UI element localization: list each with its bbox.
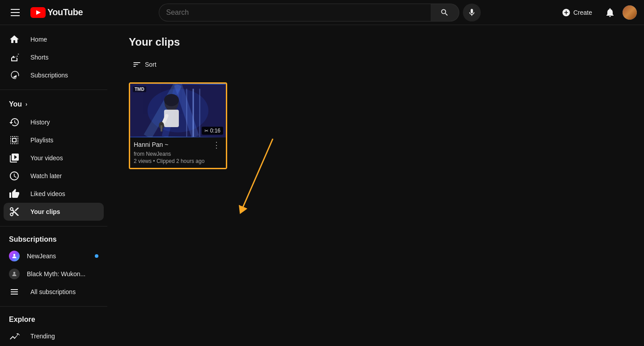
clip-thumbnail: TMD ✂ 0:16 — [130, 84, 226, 137]
sidebar-divider-3 — [0, 306, 107, 307]
sidebar: Home Shorts Subscriptions You › History — [0, 25, 107, 346]
blackmyth-avatar — [9, 269, 20, 279]
sidebar-item-playlists[interactable]: Playlists — [4, 131, 104, 149]
newjeans-avatar — [9, 251, 20, 261]
avatar-button[interactable] — [623, 5, 637, 20]
sidebar-item-all-subscriptions[interactable]: All subscriptions — [4, 283, 104, 301]
scissors-icon — [9, 206, 20, 217]
scissors-badge-icon: ✂ — [204, 128, 208, 134]
mic-icon — [467, 8, 476, 17]
you-label: You — [9, 100, 22, 108]
header-left: YouTube — [7, 5, 83, 20]
sidebar-item-liked-videos[interactable]: Liked videos — [4, 185, 104, 203]
hamburger-menu-icon[interactable] — [7, 5, 23, 20]
header: YouTube Create — [0, 0, 644, 25]
header-center — [159, 4, 481, 21]
liked-videos-icon — [9, 188, 20, 199]
sidebar-playlists-label: Playlists — [30, 137, 53, 144]
clip-meta: 2 views • Clipped 2 hours ago — [134, 158, 222, 164]
bell-icon — [605, 7, 615, 18]
new-content-dot — [95, 254, 98, 258]
search-input[interactable] — [159, 4, 431, 21]
sidebar-subscriptions-label: Subscriptions — [30, 72, 68, 79]
sidebar-liked-videos-label: Liked videos — [30, 190, 65, 197]
sidebar-newjeans-label: NewJeans — [27, 252, 56, 260]
sort-label: Sort — [145, 61, 157, 68]
svg-point-3 — [13, 272, 16, 274]
all-subscriptions-icon — [9, 286, 20, 297]
sidebar-item-your-videos[interactable]: Your videos — [4, 149, 104, 167]
clip-separator: • — [153, 158, 157, 164]
shorts-icon — [9, 52, 20, 63]
sidebar-item-blackmyth[interactable]: Black Myth: Wukon... — [4, 265, 104, 283]
sidebar-divider-1 — [0, 90, 107, 90]
mic-button[interactable] — [463, 4, 481, 21]
sidebar-item-history[interactable]: History — [4, 113, 104, 131]
sort-icon — [132, 60, 141, 69]
create-icon — [562, 8, 571, 17]
history-icon — [9, 117, 20, 128]
page-title: Your clips — [129, 36, 623, 48]
header-right: Create — [556, 4, 637, 21]
search-icon — [440, 8, 449, 17]
sidebar-your-videos-label: Your videos — [30, 154, 63, 162]
svg-rect-17 — [161, 125, 162, 132]
sidebar-watch-later-label: Watch later — [30, 172, 62, 179]
trending-icon — [9, 331, 20, 342]
clip-views: 2 views — [134, 158, 152, 164]
chevron-right-icon: › — [25, 101, 27, 107]
sidebar-item-newjeans[interactable]: NewJeans — [4, 247, 104, 265]
watch-later-icon — [9, 171, 20, 181]
layout: Home Shorts Subscriptions You › History — [0, 25, 644, 346]
sidebar-trending-label: Trending — [30, 333, 55, 340]
notifications-button[interactable] — [601, 4, 619, 21]
clip-title-row: Hanni Pan ~ ⋮ — [134, 141, 222, 149]
svg-point-13 — [164, 94, 179, 106]
clip-clipped-time: Clipped 2 hours ago — [157, 158, 204, 164]
duration-badge: ✂ 0:16 — [202, 127, 223, 135]
watermark-label: TMD — [133, 86, 146, 92]
clips-grid: TMD ✂ 0:16 Hanni Pan ~ ⋮ from NewJeans — [129, 82, 623, 169]
sidebar-your-clips-label: Your clips — [30, 208, 60, 215]
sidebar-item-trending[interactable]: Trending — [4, 327, 104, 345]
clip-source: from NewJeans — [134, 151, 222, 157]
create-button[interactable]: Create — [556, 4, 597, 21]
svg-point-2 — [13, 254, 16, 256]
create-label: Create — [573, 9, 592, 16]
home-icon — [9, 34, 20, 45]
sidebar-item-your-clips[interactable]: Your clips — [4, 203, 104, 221]
search-button[interactable] — [431, 4, 459, 21]
main-content: Your clips Sort — [107, 25, 644, 346]
sidebar-item-shorts[interactable]: Shorts — [4, 48, 104, 66]
sidebar-history-label: History — [30, 119, 50, 126]
youtube-logo-icon — [30, 7, 46, 18]
thumbnail-background: TMD ✂ 0:16 — [130, 84, 226, 137]
subscriptions-icon — [9, 70, 20, 81]
clip-title: Hanni Pan ~ — [134, 141, 211, 148]
clip-duration: 0:16 — [210, 128, 220, 134]
youtube-logo[interactable]: YouTube — [30, 7, 83, 18]
sidebar-blackmyth-label: Black Myth: Wukon... — [27, 270, 85, 278]
sidebar-item-subscriptions[interactable]: Subscriptions — [4, 66, 104, 84]
subscriptions-section-title: Subscriptions — [0, 232, 107, 247]
clip-card[interactable]: TMD ✂ 0:16 Hanni Pan ~ ⋮ from NewJeans — [129, 82, 227, 169]
explore-section-title: Explore — [0, 312, 107, 327]
sidebar-home-label: Home — [30, 36, 47, 43]
sidebar-item-home[interactable]: Home — [4, 30, 104, 48]
sidebar-all-subscriptions-label: All subscriptions — [30, 288, 76, 295]
your-videos-icon — [9, 153, 20, 163]
clip-info: Hanni Pan ~ ⋮ from NewJeans 2 views • Cl… — [130, 137, 226, 168]
avatar — [623, 5, 637, 20]
clip-menu-button[interactable]: ⋮ — [211, 141, 222, 149]
sort-button[interactable]: Sort — [129, 57, 160, 72]
sidebar-item-watch-later[interactable]: Watch later — [4, 167, 104, 185]
sidebar-divider-2 — [0, 226, 107, 226]
sidebar-you-section[interactable]: You › — [4, 95, 104, 113]
playlists-icon — [9, 135, 20, 145]
sidebar-shorts-label: Shorts — [30, 54, 48, 61]
sort-bar: Sort — [129, 57, 623, 72]
logo-text: YouTube — [47, 7, 83, 17]
search-form — [159, 4, 459, 21]
